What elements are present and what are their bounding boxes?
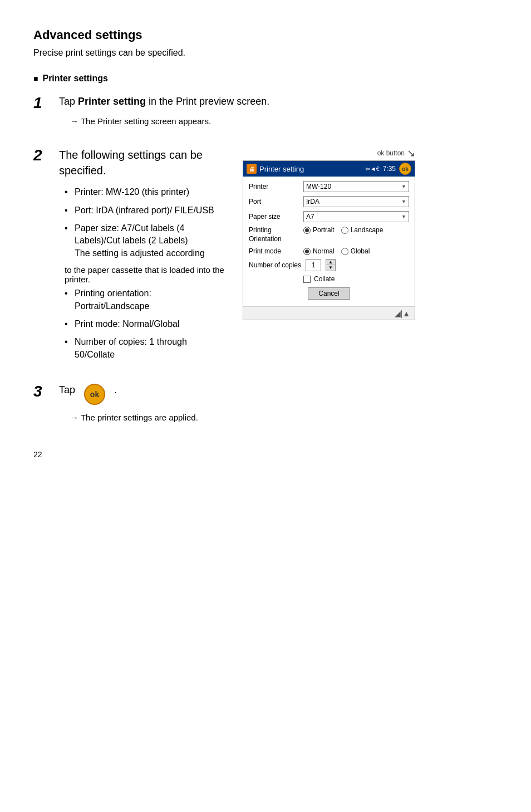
- step-2-bullet-list-2: Printing orientation: Portrait/Landscape…: [59, 287, 226, 361]
- step-2-bullet-list: Printer: MW-120 (this printer) Port: IrD…: [59, 186, 226, 260]
- bullet-print-mode: Print mode: Normal/Global: [65, 318, 226, 330]
- printer-field-row: Printer MW-120 ▼: [249, 181, 409, 192]
- paper-size-note: to the paper cassette that is loaded int…: [65, 265, 226, 284]
- port-field-value: IrDA: [306, 198, 319, 206]
- signal-icon: ⇦◄€: [365, 165, 380, 173]
- step-3-layout: Tap ok .: [59, 383, 498, 405]
- portrait-radio-circle: [303, 227, 311, 234]
- copies-input[interactable]: 1: [306, 259, 321, 271]
- printer-ui-body: Printer MW-120 ▼ Port IrDA ▼: [243, 177, 415, 306]
- global-label: Global: [351, 247, 370, 255]
- print-mode-field-row: Print mode Normal Global: [249, 247, 409, 255]
- step-1-text-after: in the Print preview screen.: [146, 96, 269, 107]
- step-1-result: → The Printer setting screen appears.: [70, 116, 498, 126]
- normal-label: Normal: [313, 247, 335, 255]
- printer-icon: 🖨: [247, 164, 257, 174]
- global-radio-item[interactable]: Global: [341, 247, 370, 255]
- global-radio-circle: [341, 248, 348, 255]
- ok-button[interactable]: ok: [399, 163, 411, 175]
- bullet-copies: Number of copies: 1 through 50/Collate: [65, 336, 226, 361]
- ok-icon: ok: [84, 384, 105, 405]
- stepper-down[interactable]: ▼: [326, 265, 335, 271]
- orientation-field-label: PrintingOrientation: [249, 226, 299, 243]
- normal-radio-item[interactable]: Normal: [303, 247, 335, 255]
- normal-radio-circle: [303, 248, 311, 255]
- printer-field-value: MW-120: [306, 183, 331, 190]
- step-3: 3 Tap ok . → The printer settings are ap…: [33, 383, 498, 428]
- ok-button-label-text: ok button: [377, 149, 405, 157]
- copies-value: 1: [312, 261, 316, 269]
- printer-ui-window: 🖨 Printer setting ⇦◄€ 7:35 ok: [243, 160, 415, 320]
- ok-icon-text: ok: [90, 390, 99, 399]
- printer-field-select[interactable]: MW-120 ▼: [303, 181, 409, 192]
- landscape-radio-circle: [341, 227, 348, 234]
- step-1: 1 Tap Printer setting in the Print previ…: [33, 95, 498, 131]
- paper-size-field-select[interactable]: A7 ▼: [303, 211, 409, 222]
- cancel-row: Cancel: [249, 287, 409, 300]
- paper-size-field-label: Paper size: [249, 213, 299, 221]
- bullet-paper-size: Paper size: A7/Cut labels (4 Labels)/Cut…: [65, 222, 226, 260]
- step-2-main-text: The following settings can be specified.: [59, 147, 226, 178]
- bullet-orientation: Printing orientation: Portrait/Landscape: [65, 287, 226, 312]
- printer-ui-footer: ◢|▲: [243, 306, 415, 320]
- page-subtitle: Precise print settings can be specified.: [33, 48, 498, 58]
- copies-stepper[interactable]: ▲ ▼: [326, 259, 336, 271]
- titlebar-left: 🖨 Printer setting: [247, 164, 304, 174]
- landscape-label: Landscape: [351, 226, 384, 234]
- collate-row: Collate: [303, 275, 409, 283]
- step-1-number: 1: [33, 95, 50, 131]
- collate-checkbox[interactable]: [303, 276, 311, 283]
- port-field-label: Port: [249, 198, 299, 206]
- print-mode-field-label: Print mode: [249, 247, 299, 255]
- port-field-row: Port IrDA ▼: [249, 196, 409, 207]
- orientation-field-row: PrintingOrientation Portrait Landscape: [249, 226, 409, 243]
- section-heading: Printer settings: [33, 74, 498, 84]
- paper-size-field-row: Paper size A7 ▼: [249, 211, 409, 222]
- step-3-number: 3: [33, 383, 50, 428]
- cancel-button[interactable]: Cancel: [308, 287, 350, 300]
- step-3-text-after: .: [114, 383, 117, 397]
- step-2-content: The following settings can be specified.…: [59, 147, 498, 366]
- collate-label: Collate: [314, 275, 335, 283]
- port-dropdown-arrow: ▼: [401, 199, 406, 204]
- titlebar-title: Printer setting: [259, 165, 304, 173]
- resize-icon: ◢|▲: [395, 309, 411, 318]
- printer-titlebar: 🖨 Printer setting ⇦◄€ 7:35 ok: [243, 161, 415, 177]
- step-2: 2 The following settings can be specifie…: [33, 147, 498, 366]
- section-heading-text: Printer settings: [42, 74, 107, 84]
- page-title: Advanced settings: [33, 28, 498, 42]
- ok-button-text: ok: [402, 166, 409, 172]
- paper-size-field-value: A7: [306, 213, 314, 221]
- step-2-number: 2: [33, 147, 50, 366]
- orientation-radio-group: Portrait Landscape: [303, 226, 383, 234]
- printer-ui-container: ok button ↘ 🖨 Printer setting ⇦◄€ 7:35 o…: [243, 147, 415, 320]
- step-3-content: Tap ok . → The printer settings are appl…: [59, 383, 498, 428]
- stepper-up[interactable]: ▲: [326, 260, 335, 265]
- step-1-bold-text: Printer setting: [78, 96, 146, 107]
- annotation-arrow: ↘: [407, 147, 415, 159]
- print-mode-radio-group: Normal Global: [303, 247, 370, 255]
- copies-field-label: Number of copies: [249, 261, 301, 269]
- page-number: 22: [33, 450, 498, 459]
- portrait-label: Portrait: [313, 226, 335, 234]
- copies-field-row: Number of copies 1 ▲ ▼: [249, 259, 409, 271]
- step-1-text-before: Tap: [59, 96, 78, 107]
- bullet-printer: Printer: MW-120 (this printer): [65, 186, 226, 198]
- portrait-radio-item[interactable]: Portrait: [303, 226, 335, 234]
- step-3-result: → The printer settings are applied.: [70, 413, 498, 422]
- titlebar-right: ⇦◄€ 7:35 ok: [365, 163, 411, 175]
- titlebar-time: 7:35: [383, 165, 396, 173]
- step-1-content: Tap Printer setting in the Print preview…: [59, 95, 498, 131]
- bullet-port: Port: IrDA (infrared port)/ FILE/USB: [65, 204, 226, 217]
- paper-size-dropdown-arrow: ▼: [401, 214, 406, 219]
- port-field-select[interactable]: IrDA ▼: [303, 196, 409, 207]
- ok-button-annotation: ok button ↘: [377, 147, 415, 159]
- step-2-left: The following settings can be specified.…: [59, 147, 226, 366]
- printer-field-label: Printer: [249, 183, 299, 190]
- landscape-radio-item[interactable]: Landscape: [341, 226, 384, 234]
- step-1-text: Tap Printer setting in the Print preview…: [59, 95, 498, 109]
- printer-dropdown-arrow: ▼: [401, 184, 406, 189]
- step-3-text-before: Tap: [59, 383, 75, 397]
